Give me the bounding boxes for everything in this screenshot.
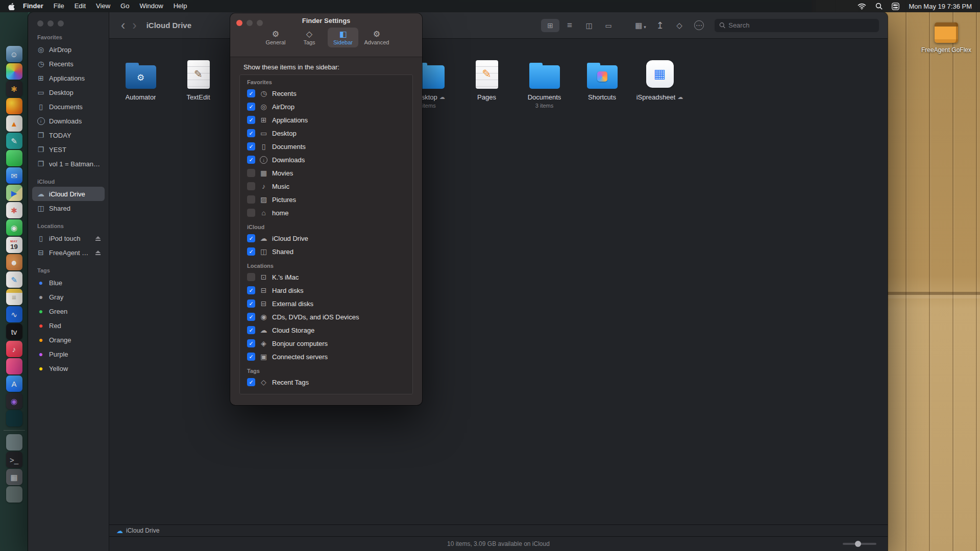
close-dialog-button[interactable]	[236, 20, 242, 26]
view-list-icon[interactable]	[560, 19, 579, 32]
view-grid-icon[interactable]	[541, 19, 559, 32]
desktop-drive-item[interactable]: FreeAgent GoFlex	[916, 22, 976, 54]
zoom-window-button[interactable]	[58, 20, 64, 27]
checkbox[interactable]	[247, 156, 255, 164]
checkbox[interactable]	[247, 234, 255, 242]
menu-file[interactable]: File	[48, 0, 69, 12]
dock-item[interactable]: ☺	[6, 46, 22, 62]
tab-advanced[interactable]: ⚙ Advanced	[361, 28, 392, 47]
checkbox[interactable]	[247, 313, 255, 321]
file-textedit[interactable]: TextEdit	[169, 59, 227, 109]
sidebar-item-documents[interactable]: ▯ Documents	[32, 99, 105, 114]
checkbox[interactable]	[247, 89, 255, 97]
dock-item[interactable]	[6, 98, 22, 114]
slider-track[interactable]	[843, 543, 876, 545]
sidebar-item-shared[interactable]: ◫ Shared	[32, 201, 105, 215]
checkbox[interactable]	[247, 182, 255, 190]
slider-thumb[interactable]	[855, 541, 861, 547]
back-button[interactable]	[117, 19, 129, 32]
checkbox[interactable]	[247, 142, 255, 151]
checkbox[interactable]	[247, 129, 255, 137]
file-pages[interactable]: Pages	[458, 59, 516, 109]
close-window-button[interactable]	[37, 20, 43, 27]
tab-general[interactable]: ⚙ General	[260, 28, 291, 47]
icon-size-slider[interactable]	[843, 537, 876, 551]
dock-item[interactable]: ≡	[6, 289, 22, 305]
sidebar-item-tag-gray[interactable]: ● Gray	[32, 290, 105, 304]
minimize-window-button[interactable]	[47, 20, 54, 27]
sidebar-item-tag-green[interactable]: ● Green	[32, 304, 105, 318]
sidebar-item-tag-purple[interactable]: ● Purple	[32, 347, 105, 361]
dock-item[interactable]: ✎	[6, 271, 22, 288]
apple-menu-icon[interactable]	[8, 3, 15, 10]
dock-item[interactable]: ☻	[6, 254, 22, 270]
dock-item[interactable]: ▦	[6, 469, 22, 485]
minimize-dialog-button[interactable]	[247, 20, 253, 26]
dock-item[interactable]	[6, 410, 22, 427]
checkbox[interactable]	[247, 209, 255, 217]
sidebar-item-tag-yellow[interactable]: ● Yellow	[32, 361, 105, 375]
checkbox[interactable]	[247, 103, 255, 111]
dock-item[interactable]: ◉	[6, 219, 22, 236]
dock-item[interactable]: tv	[6, 323, 22, 340]
checkbox[interactable]	[247, 286, 255, 294]
share-icon[interactable]	[652, 19, 668, 32]
more-options-icon[interactable]	[694, 20, 704, 30]
file-documents[interactable]: Documents 3 items	[516, 59, 573, 109]
sidebar-item-icloud-drive[interactable]: ☁ iCloud Drive	[32, 187, 105, 201]
dock-item[interactable]: ♪	[6, 341, 22, 357]
path-item[interactable]: iCloud Drive	[126, 527, 159, 534]
eject-icon[interactable]	[95, 251, 101, 255]
view-columns-icon[interactable]	[580, 19, 598, 32]
tab-sidebar[interactable]: ◧ Sidebar	[328, 28, 358, 47]
sidebar-item-recents[interactable]: ◷ Recents	[32, 57, 105, 71]
dock-item[interactable]: ▲	[6, 115, 22, 132]
dock-item[interactable]: ◉	[6, 393, 22, 409]
checkbox[interactable]	[247, 326, 255, 334]
dock-item[interactable]: 19	[6, 237, 22, 253]
file-shortcuts[interactable]: Shortcuts	[573, 59, 631, 109]
dock-item[interactable]	[6, 150, 22, 166]
checkbox[interactable]	[247, 169, 255, 177]
dock-item[interactable]	[6, 486, 22, 503]
dock-item[interactable]: A	[6, 375, 22, 392]
spotlight-icon[interactable]	[875, 3, 883, 10]
sidebar-item-ipod-touch[interactable]: ▯ iPod touch	[32, 231, 105, 245]
checkbox[interactable]	[247, 353, 255, 361]
sidebar-item-tag-orange[interactable]: ● Orange	[32, 333, 105, 347]
dock-item[interactable]: ✎	[6, 133, 22, 149]
dock-item[interactable]	[6, 358, 22, 374]
sidebar-item-vol1[interactable]: ❐ vol 1 = Batman [...	[32, 157, 105, 171]
menu-window[interactable]: Window	[134, 0, 168, 12]
tags-icon[interactable]	[672, 19, 687, 32]
sidebar-item-tag-red[interactable]: ● Red	[32, 318, 105, 333]
sidebar-item-downloads[interactable]: ↓ Downloads	[32, 114, 105, 128]
sidebar-item-today[interactable]: ❐ TODAY	[32, 128, 105, 142]
checkbox[interactable]	[247, 339, 255, 347]
dock-item[interactable]: ✉	[6, 167, 22, 184]
file-automator[interactable]: Automator	[112, 59, 169, 109]
sidebar-item-tag-blue[interactable]: ● Blue	[32, 276, 105, 290]
dock-item[interactable]: ✱	[6, 202, 22, 218]
tab-tags[interactable]: ◇ Tags	[294, 28, 325, 47]
menu-edit[interactable]: Edit	[69, 0, 91, 12]
menu-help[interactable]: Help	[168, 0, 192, 12]
sidebar-item-airdrop[interactable]: ◎ AirDrop	[32, 42, 105, 57]
sidebar-item-freeagent[interactable]: ⊟ FreeAgent G...	[32, 245, 105, 260]
checkbox[interactable]	[247, 273, 255, 281]
sidebar-item-desktop[interactable]: ▭ Desktop	[32, 85, 105, 99]
menubar-clock[interactable]: Mon May 19 7:36 PM	[909, 3, 972, 10]
checkbox[interactable]	[247, 116, 255, 124]
view-gallery-icon[interactable]	[599, 19, 618, 32]
eject-icon[interactable]	[95, 236, 101, 241]
dock-item[interactable]	[6, 63, 22, 80]
file-ispreadsheet[interactable]: iSpreadsheet	[631, 59, 689, 109]
group-by-icon[interactable]	[633, 19, 648, 32]
dock-item[interactable]: ▶	[6, 185, 22, 201]
dock-item[interactable]	[6, 434, 22, 450]
sidebar-item-yest[interactable]: ❐ YEST	[32, 142, 105, 157]
forward-button[interactable]	[129, 19, 140, 32]
zoom-dialog-button[interactable]	[257, 20, 263, 26]
checkbox[interactable]	[247, 195, 255, 204]
menu-finder[interactable]: Finder	[18, 0, 48, 12]
